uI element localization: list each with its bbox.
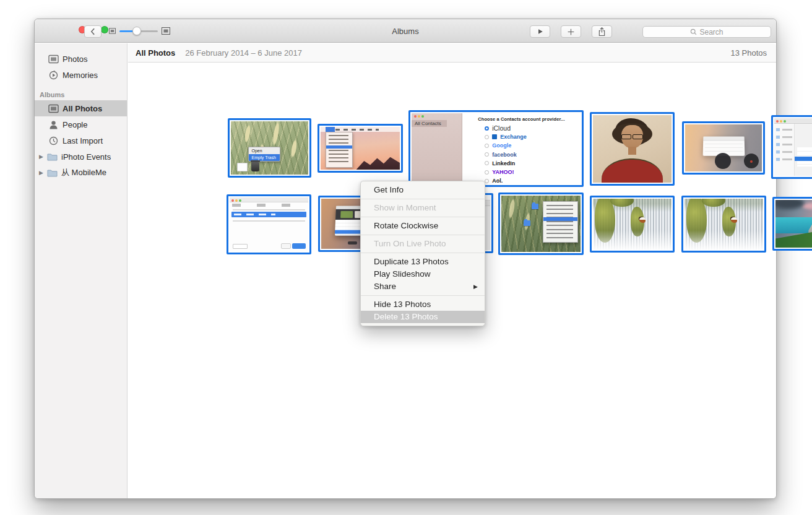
zoom-slider-thumb[interactable] (132, 27, 141, 35)
zoom-slider[interactable] (119, 30, 158, 32)
sidebar-section-albums: Albums (40, 91, 127, 98)
menu-item-turn-on-live-photo: Turn On Live Photo (361, 238, 485, 250)
search-icon (690, 28, 697, 35)
photo-thumbnail-grass-context-menu-screenshot[interactable] (498, 193, 584, 255)
menu-item-hide[interactable]: Hide 13 Photos (361, 298, 485, 311)
back-button[interactable] (84, 25, 102, 38)
sidebar-item-label: Photos (63, 54, 87, 64)
menu-separator (361, 253, 485, 253)
menu-item-get-info[interactable]: Get Info (361, 184, 485, 196)
album-header: All Photos 26 February 2014 – 6 June 201… (128, 43, 776, 63)
memories-icon (48, 71, 59, 80)
menu-item-share[interactable]: Share ▶ (361, 280, 485, 293)
add-button[interactable] (561, 25, 581, 38)
bird-on-rock (639, 217, 646, 223)
window-titlebar[interactable]: Albums Search (35, 19, 776, 43)
window-icon (237, 163, 248, 171)
exchange-logo-icon (492, 134, 497, 139)
submenu-arrow-icon: ▶ (473, 280, 478, 293)
thumbnail-dropdown-menu (326, 132, 353, 168)
photo-thumbnail-grass-desktop-screenshot[interactable]: Open Empty Trash (228, 118, 311, 178)
sidebar: Photos Memories Albums All Photos People… (35, 43, 127, 498)
photo-thumbnail-file-browser-screenshot[interactable] (771, 115, 812, 179)
photo-thumbnail-blurred-window-screenshot[interactable] (682, 121, 765, 175)
sidebar-item-label: Last Import (63, 136, 103, 145)
menu-item-share-label: Share (374, 282, 396, 291)
menu-item-show-in-moment: Show in Moment (361, 202, 485, 214)
people-icon (48, 120, 59, 129)
chevron-left-icon (89, 27, 97, 36)
photo-count: 13 Photos (730, 48, 767, 58)
contacts-dialog-title: Choose a Contacts account provider... (462, 116, 581, 122)
album-title: All Photos (136, 48, 175, 58)
menu-item-play-slideshow[interactable]: Play Slideshow (361, 268, 485, 280)
plus-icon (567, 28, 575, 36)
photo-thumbnail-waterfall-bird-photo-2[interactable] (681, 196, 766, 253)
last-import-clock-icon (48, 136, 59, 145)
menu-separator (361, 199, 485, 199)
photos-icon (48, 54, 59, 64)
photo-thumbnail-waterfall-bird-photo[interactable] (590, 196, 675, 253)
photo-thumbnail-list-window-screenshot[interactable] (227, 194, 311, 254)
share-icon (598, 27, 606, 37)
all-photos-icon (48, 104, 59, 113)
photos-app-window: Albums Search Photos Me (34, 19, 777, 499)
search-input[interactable]: Search (642, 26, 771, 38)
trash-icon (251, 162, 259, 171)
search-placeholder: Search (699, 28, 723, 37)
small-thumbnail-icon (109, 28, 116, 34)
disclosure-triangle-icon[interactable]: ▶ (39, 170, 43, 176)
photo-thumbnail-sunset-menu-screenshot[interactable] (317, 124, 403, 173)
file-icon (524, 220, 530, 226)
sidebar-item-mobileme[interactable]: ▶ 从 MobileMe (35, 165, 127, 181)
sidebar-item-label: All Photos (63, 104, 102, 113)
play-icon (537, 28, 544, 35)
large-thumbnail-icon (162, 27, 170, 35)
photo-thumbnail-contacts-providers-screenshot[interactable]: All Contacts Choose a Contacts account p… (408, 110, 584, 187)
folder-icon (47, 152, 58, 162)
menu-item-rotate-clockwise[interactable]: Rotate Clockwise (361, 220, 485, 232)
file-icon (532, 204, 538, 209)
sidebar-item-label: Memories (63, 71, 98, 80)
thumbnail-mini-context-menu (543, 201, 579, 243)
disclosure-triangle-icon[interactable]: ▶ (39, 154, 43, 160)
sidebar-item-all-photos[interactable]: All Photos (35, 100, 127, 116)
sidebar-item-label: People (63, 120, 87, 129)
context-menu: Get Info Show in Moment Rotate Clockwise… (360, 181, 485, 326)
menu-item-delete[interactable]: Delete 13 Photos (361, 311, 485, 323)
folder-icon (47, 168, 58, 178)
play-slideshow-button[interactable] (530, 25, 550, 38)
menu-separator (361, 217, 485, 217)
sidebar-item-photos[interactable]: Photos (35, 51, 127, 67)
sidebar-item-label: 从 MobileMe (61, 167, 106, 178)
menu-separator (361, 295, 485, 296)
contacts-sidebar-label: All Contacts (412, 120, 447, 127)
sidebar-item-label: iPhoto Events (61, 152, 111, 162)
menu-item-duplicate[interactable]: Duplicate 13 Photos (361, 256, 485, 268)
photo-thumbnail-coastal-cliffs-photo[interactable] (772, 197, 812, 251)
bird-on-rock (731, 217, 737, 223)
photo-thumbnail-man-portrait[interactable] (590, 112, 675, 186)
sidebar-item-people[interactable]: People (35, 116, 127, 132)
album-date-range: 26 February 2014 – 6 June 2017 (185, 48, 302, 58)
share-button[interactable] (592, 25, 612, 38)
sidebar-item-last-import[interactable]: Last Import (35, 132, 127, 149)
sidebar-item-iphoto-events[interactable]: ▶ iPhoto Events (35, 149, 127, 165)
sidebar-item-memories[interactable]: Memories (35, 67, 127, 83)
thumbnail-mini-context-menu: Open Empty Trash (248, 147, 280, 162)
menu-separator (361, 235, 485, 235)
thumbnail-zoom-control (109, 19, 170, 43)
